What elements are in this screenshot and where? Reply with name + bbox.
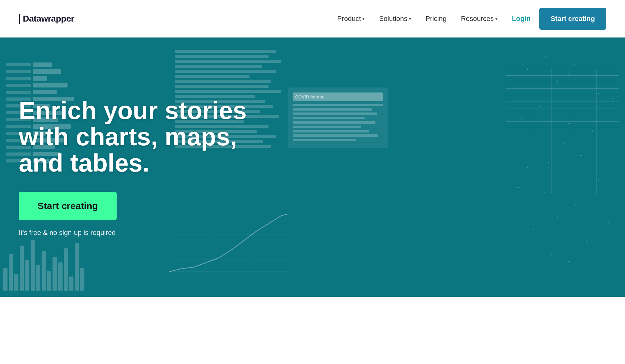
chevron-down-icon: ▾ — [495, 16, 497, 21]
chevron-down-icon: ▾ — [409, 16, 411, 21]
hero-content: Enrich your stories with charts, maps, a… — [19, 97, 256, 237]
nav-label-product: Product — [337, 15, 361, 23]
nav-item-product[interactable]: Product ▾ — [332, 12, 370, 26]
hero-headline: Enrich your stories with charts, maps, a… — [19, 97, 256, 176]
nav-item-resources[interactable]: Resources ▾ — [455, 12, 503, 26]
hero-subtext: It's free & no sign-up is required — [19, 229, 256, 237]
chevron-down-icon: ▾ — [362, 16, 365, 21]
hero-section: COVID fatigue — [0, 37, 625, 297]
hero-cta-button[interactable]: Start creating — [19, 192, 117, 220]
site-header: Datawrapper Product ▾ Solutions ▾ Pricin… — [0, 0, 625, 37]
logo[interactable]: Datawrapper — [19, 14, 74, 24]
start-creating-button[interactable]: Start creating — [539, 8, 606, 30]
logo-text: Datawrapper — [19, 14, 74, 24]
login-link[interactable]: Login — [506, 12, 536, 26]
bg-quote-highlight: COVID fatigue — [293, 92, 383, 101]
bg-quote-box: COVID fatigue — [288, 87, 388, 148]
nav-label-pricing: Pricing — [426, 15, 446, 23]
main-nav: Product ▾ Solutions ▾ Pricing Resources … — [332, 8, 606, 30]
nav-label-resources: Resources — [461, 15, 494, 23]
nav-item-pricing[interactable]: Pricing — [420, 12, 452, 26]
bg-map-right — [500, 37, 625, 297]
nav-label-solutions: Solutions — [379, 15, 407, 23]
nav-item-solutions[interactable]: Solutions ▾ — [373, 12, 417, 26]
